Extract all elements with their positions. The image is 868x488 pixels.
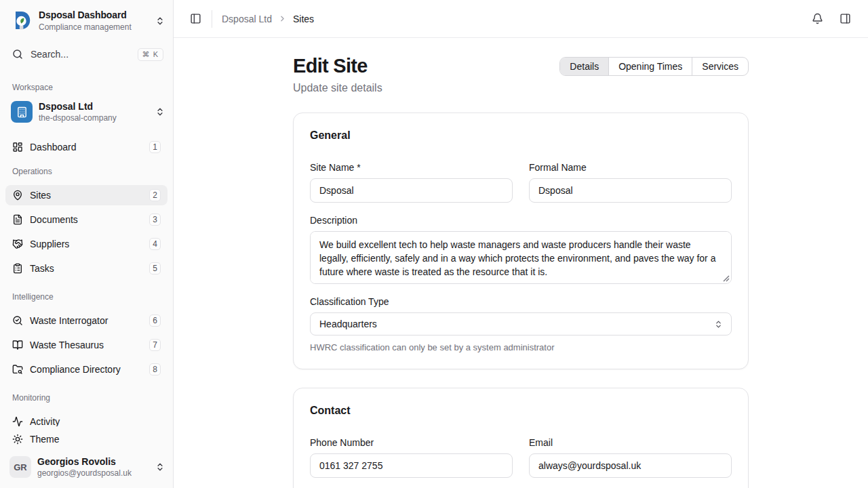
section-label-workspace: Workspace — [5, 83, 167, 93]
nav-badge: 1 — [149, 141, 161, 153]
classification-type-select[interactable]: Headquarters — [310, 312, 732, 336]
app-logo — [11, 10, 33, 32]
general-heading: General — [310, 129, 732, 142]
sidebar-item-label: Dashboard — [30, 142, 77, 152]
description-label: Description — [310, 215, 732, 226]
nav-badge: 2 — [149, 189, 161, 201]
general-card: General Site Name * Formal Name Descript… — [293, 113, 749, 369]
main-area: Dsposal Ltd Sites Edit Site — [174, 0, 868, 488]
sidebar-item-sites[interactable]: Sites 2 — [5, 185, 167, 205]
chevrons-up-down-icon — [155, 16, 165, 26]
site-name-label: Site Name * — [310, 162, 513, 173]
sidebar-item-waste-interrogator[interactable]: Waste Interrogator 6 — [5, 310, 167, 331]
phone-number-input[interactable] — [310, 453, 513, 478]
sidebar-item-compliance-directory[interactable]: Compliance Directory 8 — [5, 359, 167, 380]
breadcrumb-parent[interactable]: Dsposal Ltd — [222, 14, 272, 24]
email-input[interactable] — [529, 453, 732, 478]
workspace-name: Dsposal Ltd — [39, 101, 149, 113]
search-shortcut-badge: ⌘ K — [138, 48, 163, 61]
bell-icon — [812, 13, 823, 24]
sidebar-item-label: Activity — [30, 416, 60, 426]
theme-toggle[interactable]: Theme — [5, 429, 167, 449]
activity-icon — [12, 416, 23, 426]
site-name-input[interactable] — [310, 178, 513, 203]
chevrons-up-down-icon — [714, 320, 723, 329]
page-subtitle: Update site details — [293, 82, 382, 94]
notifications-button[interactable] — [808, 9, 827, 28]
chevrons-up-down-icon — [155, 107, 165, 117]
section-label-intelligence: Intelligence — [5, 292, 167, 302]
email-label: Email — [529, 437, 732, 448]
breadcrumb: Dsposal Ltd Sites — [222, 14, 314, 24]
classification-help-text: HWRC classification can only be set by a… — [310, 342, 732, 352]
chevron-right-icon — [278, 14, 287, 23]
classification-type-value: Headquarters — [319, 319, 377, 329]
sidebar-item-label: Tasks — [30, 263, 54, 274]
nav-badge: 3 — [149, 214, 161, 226]
sidebar-item-label: Waste Interrogator — [30, 315, 108, 326]
sun-icon — [12, 434, 23, 445]
sidebar-item-documents[interactable]: Documents 3 — [5, 209, 167, 230]
handshake-icon — [12, 239, 23, 249]
clipboard-list-icon — [12, 263, 23, 274]
user-name: Georgios Rovolis — [37, 456, 149, 468]
search-input[interactable]: Search... ⌘ K — [5, 43, 167, 66]
contact-heading: Contact — [310, 405, 732, 417]
resize-grip-icon[interactable] — [723, 275, 730, 282]
page-title: Edit Site — [293, 56, 382, 76]
description-textarea[interactable]: We build excellent tech to help waste ma… — [310, 231, 732, 284]
panel-right-icon — [840, 13, 851, 24]
section-label-operations: Operations — [5, 167, 167, 177]
tab-opening-times[interactable]: Opening Times — [608, 58, 692, 75]
search-placeholder: Search... — [31, 49, 68, 60]
sidebar-toggle-button[interactable] — [186, 9, 205, 28]
nav-badge: 7 — [149, 339, 161, 351]
nav-badge: 8 — [149, 363, 161, 375]
workspace-slug: the-dsposal-company — [39, 113, 149, 123]
app-subtitle: Compliance management — [39, 22, 149, 33]
formal-name-label: Formal Name — [529, 162, 732, 173]
sidebar-item-label: Sites — [30, 190, 51, 201]
user-menu[interactable]: GR Georgios Rovolis georgios@yourdsposal… — [5, 453, 167, 482]
layout-dashboard-icon — [12, 142, 23, 152]
sidebar-item-suppliers[interactable]: Suppliers 4 — [5, 234, 167, 254]
sidebar-item-tasks[interactable]: Tasks 5 — [5, 258, 167, 279]
sidebar: Dsposal Dashboard Compliance management … — [0, 0, 174, 488]
section-label-monitoring: Monitoring — [5, 393, 167, 403]
sidebar-item-label: Compliance Directory — [30, 364, 121, 375]
sidebar-item-label: Waste Thesaurus — [30, 340, 104, 350]
sidebar-footer: Theme GR Georgios Rovolis georgios@yourd… — [0, 426, 173, 488]
sidebar-item-activity[interactable]: Activity — [5, 411, 167, 426]
tab-group: Details Opening Times Services — [559, 57, 749, 76]
phone-number-label: Phone Number — [310, 437, 513, 448]
breadcrumb-current: Sites — [293, 14, 314, 24]
panel-left-icon — [190, 13, 201, 24]
app-title: Dsposal Dashboard — [39, 9, 149, 22]
nav-badge: 5 — [149, 262, 161, 274]
page-content: Edit Site Update site details Details Op… — [174, 38, 868, 488]
chevrons-up-down-icon — [155, 462, 165, 472]
sidebar-item-label: Suppliers — [30, 239, 69, 249]
nav-badge: 6 — [149, 314, 161, 327]
building-icon — [11, 101, 33, 123]
sidebar-item-waste-thesaurus[interactable]: Waste Thesaurus 7 — [5, 335, 167, 355]
contact-card: Contact Phone Number Email Website — [293, 388, 749, 488]
classification-type-label: Classification Type — [310, 296, 732, 307]
avatar: GR — [9, 456, 31, 478]
app-switcher[interactable]: Dsposal Dashboard Compliance management — [0, 0, 173, 38]
sidebar-item-dashboard[interactable]: Dashboard 1 — [5, 137, 167, 157]
right-panel-toggle-button[interactable] — [835, 9, 854, 28]
search-icon — [12, 49, 23, 60]
formal-name-input[interactable] — [529, 178, 732, 203]
user-email: georgios@yourdsposal.uk — [37, 468, 149, 479]
tab-details[interactable]: Details — [560, 58, 608, 75]
sidebar-item-label: Documents — [30, 214, 78, 225]
nav-badge: 4 — [149, 238, 161, 250]
topbar-divider — [212, 10, 212, 28]
search-check-icon — [12, 315, 23, 326]
folder-search-icon — [12, 364, 23, 375]
book-open-icon — [12, 340, 23, 350]
tab-services[interactable]: Services — [692, 58, 748, 75]
workspace-switcher[interactable]: Dsposal Ltd the-dsposal-company — [5, 100, 167, 125]
topbar: Dsposal Ltd Sites — [174, 0, 868, 38]
